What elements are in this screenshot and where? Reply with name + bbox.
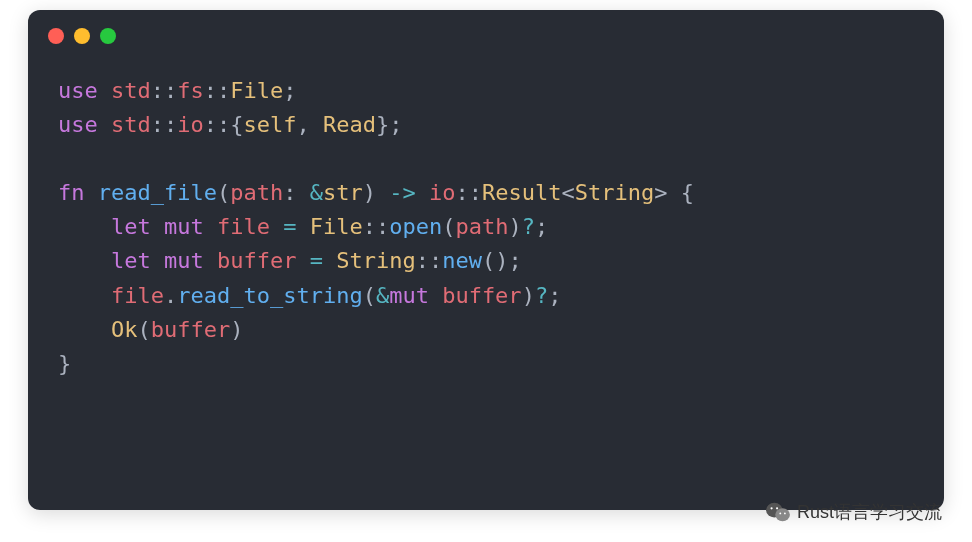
watermark: Rust语言学习交流 xyxy=(765,500,942,524)
minimize-icon xyxy=(74,28,90,44)
code-token: ? xyxy=(522,214,535,239)
code-token: , xyxy=(296,112,323,137)
code-token: mut xyxy=(164,214,217,239)
svg-point-1 xyxy=(775,508,790,521)
code-token: ) xyxy=(363,180,390,205)
code-token: ; xyxy=(548,283,561,308)
code-token: & xyxy=(310,180,323,205)
window-titlebar xyxy=(28,10,944,54)
code-token: read_file xyxy=(98,180,217,205)
code-token: String xyxy=(336,248,415,273)
code-token: ( xyxy=(137,317,150,342)
svg-point-2 xyxy=(770,507,772,509)
svg-point-5 xyxy=(784,512,786,514)
code-token: :: xyxy=(455,180,482,205)
code-line: fn read_file(path: &str) -> io::Result<S… xyxy=(58,176,914,210)
code-line: use std::fs::File; xyxy=(58,74,914,108)
code-token: String xyxy=(575,180,654,205)
code-token: . xyxy=(164,283,177,308)
code-token: Result xyxy=(482,180,561,205)
code-token: path xyxy=(455,214,508,239)
code-token: std xyxy=(111,78,151,103)
code-token: ) xyxy=(522,283,535,308)
code-token: File xyxy=(230,78,283,103)
code-token: read_to_string xyxy=(177,283,362,308)
code-token: ? xyxy=(535,283,548,308)
code-token: < xyxy=(561,180,574,205)
code-token: mut xyxy=(389,283,442,308)
code-token: :: xyxy=(151,112,178,137)
code-token: let xyxy=(111,248,164,273)
code-token: buffer xyxy=(151,317,230,342)
code-token xyxy=(58,248,111,273)
code-token: : xyxy=(283,180,310,205)
code-token: file xyxy=(111,283,164,308)
code-token: ) xyxy=(508,214,521,239)
close-icon xyxy=(48,28,64,44)
code-token: :: xyxy=(204,78,231,103)
code-token: path xyxy=(230,180,283,205)
code-token: :: xyxy=(363,214,390,239)
code-token: = xyxy=(296,248,336,273)
code-token: File xyxy=(310,214,363,239)
code-token: & xyxy=(376,283,389,308)
code-token: fs xyxy=(177,78,204,103)
maximize-icon xyxy=(100,28,116,44)
code-line: Ok(buffer) xyxy=(58,313,914,347)
code-token: ; xyxy=(283,78,296,103)
code-token: use xyxy=(58,78,111,103)
code-token: std xyxy=(111,112,151,137)
code-token: buffer xyxy=(217,248,296,273)
code-token: open xyxy=(389,214,442,239)
code-token: Ok xyxy=(111,317,138,342)
code-token: :: xyxy=(204,112,231,137)
code-token: io xyxy=(177,112,204,137)
code-token: buffer xyxy=(442,283,521,308)
code-token: str xyxy=(323,180,363,205)
code-token: } xyxy=(58,351,71,376)
code-line: file.read_to_string(&mut buffer)?; xyxy=(58,279,914,313)
code-token: = xyxy=(270,214,310,239)
code-token: :: xyxy=(416,248,443,273)
code-line: } xyxy=(58,347,914,381)
code-token: ) xyxy=(230,317,243,342)
code-block: use std::fs::File;use std::io::{self, Re… xyxy=(28,54,944,401)
code-line: use std::io::{self, Read}; xyxy=(58,108,914,142)
code-token: mut xyxy=(164,248,217,273)
code-token: let xyxy=(111,214,164,239)
code-token: ( xyxy=(442,214,455,239)
code-token: :: xyxy=(151,78,178,103)
svg-point-4 xyxy=(779,512,781,514)
code-token: ( xyxy=(217,180,230,205)
svg-point-3 xyxy=(776,507,778,509)
code-token: (); xyxy=(482,248,522,273)
code-token: > { xyxy=(654,180,694,205)
code-line: let mut buffer = String::new(); xyxy=(58,244,914,278)
code-token: file xyxy=(217,214,270,239)
code-token: fn xyxy=(58,180,98,205)
code-token: new xyxy=(442,248,482,273)
code-line: let mut file = File::open(path)?; xyxy=(58,210,914,244)
code-token xyxy=(58,317,111,342)
code-token: use xyxy=(58,112,111,137)
code-token: -> xyxy=(389,180,429,205)
code-token xyxy=(58,283,111,308)
code-token: self xyxy=(243,112,296,137)
code-token: ; xyxy=(535,214,548,239)
code-token: }; xyxy=(376,112,403,137)
code-token: { xyxy=(230,112,243,137)
code-token xyxy=(58,214,111,239)
code-token: ( xyxy=(363,283,376,308)
watermark-text: Rust语言学习交流 xyxy=(797,500,942,524)
wechat-icon xyxy=(765,501,791,523)
code-window: use std::fs::File;use std::io::{self, Re… xyxy=(28,10,944,510)
code-line xyxy=(58,142,914,176)
code-token: Read xyxy=(323,112,376,137)
code-token: io xyxy=(429,180,456,205)
